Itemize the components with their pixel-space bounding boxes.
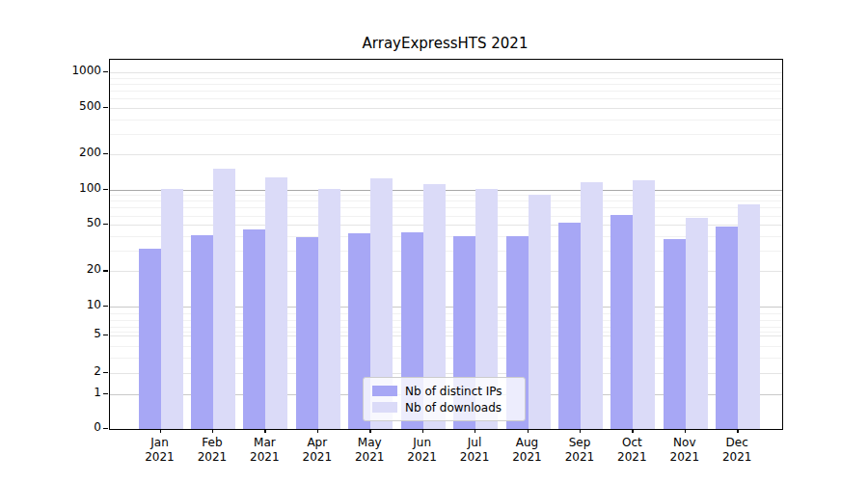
y-tick-mark xyxy=(103,224,108,225)
gridline-minor xyxy=(110,120,782,120)
gridline-200 xyxy=(110,154,782,155)
y-tick-mark xyxy=(103,335,108,335)
x-tick-mark xyxy=(422,429,423,433)
x-tick-month: Sep xyxy=(551,436,609,450)
y-tick-mark xyxy=(103,393,108,394)
bar-distinct-ips-apr xyxy=(296,237,318,429)
x-tick-year: 2021 xyxy=(183,450,241,465)
x-tick-year: 2021 xyxy=(340,450,398,465)
x-tick-mark xyxy=(317,429,318,433)
y-tick-label: 0 xyxy=(43,420,101,434)
y-tick-label: 20 xyxy=(43,262,101,276)
chart-canvas: ArrayExpressHTS 2021 1000500200100502010… xyxy=(0,0,868,482)
gridline-minor xyxy=(110,84,782,85)
x-tick-year: 2021 xyxy=(446,450,503,465)
bar-distinct-ips-sep xyxy=(558,223,581,429)
x-tick-month: Oct xyxy=(603,436,661,450)
bar-distinct-ips-dec xyxy=(716,227,738,429)
x-tick-month: Jul xyxy=(446,436,503,450)
legend-entry-distinct-ips: Nb of distinct IPs xyxy=(364,385,525,398)
bar-downloads-apr xyxy=(318,189,340,429)
x-tick-year: 2021 xyxy=(656,450,714,465)
legend-swatch-distinct-ips xyxy=(372,386,397,396)
x-tick-year: 2021 xyxy=(603,450,661,465)
y-tick-mark xyxy=(103,372,108,373)
bar-downloads-nov xyxy=(686,218,708,429)
bar-downloads-oct xyxy=(633,180,655,429)
x-tick-mark xyxy=(632,429,633,433)
x-tick-label: Aug2021 xyxy=(499,436,556,465)
x-tick-label: Jan2021 xyxy=(131,436,189,465)
x-tick-month: Nov xyxy=(656,436,714,450)
x-tick-year: 2021 xyxy=(288,450,346,465)
legend-entry-downloads: Nb of downloads xyxy=(364,401,525,415)
y-tick-mark xyxy=(103,71,108,72)
x-tick-mark xyxy=(475,429,475,433)
legend-label-downloads: Nb of downloads xyxy=(405,401,502,415)
x-tick-month: Feb xyxy=(183,436,241,450)
x-tick-label: Dec2021 xyxy=(708,436,766,465)
x-tick-mark xyxy=(580,429,581,433)
bar-distinct-ips-mar xyxy=(243,229,265,429)
x-tick-month: Apr xyxy=(288,436,346,450)
x-tick-label: Jul2021 xyxy=(446,436,503,465)
x-tick-month: Jun xyxy=(393,436,451,450)
x-tick-label: Nov2021 xyxy=(656,436,714,465)
legend-label-distinct-ips: Nb of distinct IPs xyxy=(405,385,502,398)
gridline-minor xyxy=(110,78,782,79)
bar-distinct-ips-oct xyxy=(610,215,633,429)
gridline-minor xyxy=(110,207,782,208)
y-tick-label: 10 xyxy=(43,298,101,311)
x-tick-label: Feb2021 xyxy=(183,436,241,465)
bar-downloads-jan xyxy=(161,189,183,429)
y-tick-mark xyxy=(103,306,108,307)
x-tick-mark xyxy=(685,429,686,433)
x-tick-label: Jun2021 xyxy=(393,436,451,465)
bar-downloads-mar xyxy=(265,177,287,429)
y-tick-mark xyxy=(103,153,108,154)
y-tick-label: 100 xyxy=(43,181,101,195)
bar-downloads-sep xyxy=(581,182,603,429)
bar-distinct-ips-jan xyxy=(139,249,161,429)
y-tick-label: 200 xyxy=(43,146,101,159)
gridline-100 xyxy=(110,190,782,191)
x-tick-mark xyxy=(737,429,738,433)
bar-distinct-ips-feb xyxy=(191,235,213,429)
x-tick-month: Aug xyxy=(499,436,556,450)
gridline-500 xyxy=(110,108,782,109)
y-tick-label: 1 xyxy=(43,386,101,399)
y-tick-mark xyxy=(103,428,108,429)
x-tick-year: 2021 xyxy=(393,450,451,465)
y-tick-label: 500 xyxy=(43,99,101,113)
x-tick-month: May xyxy=(340,436,398,450)
x-tick-year: 2021 xyxy=(708,450,766,465)
x-tick-label: Sep2021 xyxy=(551,436,609,465)
bar-downloads-aug xyxy=(529,195,551,429)
x-tick-mark xyxy=(160,429,161,433)
x-tick-month: Mar xyxy=(235,436,293,450)
x-tick-mark xyxy=(212,429,213,433)
plot-area xyxy=(109,59,783,430)
y-tick-label: 2 xyxy=(43,364,101,378)
x-tick-mark xyxy=(528,429,529,433)
x-tick-month: Jan xyxy=(131,436,189,450)
gridline-minor xyxy=(110,195,782,196)
x-tick-label: Mar2021 xyxy=(235,436,293,465)
y-tick-label: 1000 xyxy=(43,64,101,77)
x-tick-label: Apr2021 xyxy=(288,436,346,465)
y-tick-mark xyxy=(103,189,108,190)
x-tick-year: 2021 xyxy=(499,450,556,465)
x-tick-label: May2021 xyxy=(340,436,398,465)
gridline-50 xyxy=(110,225,782,226)
gridline-minor xyxy=(110,216,782,217)
y-tick-label: 5 xyxy=(43,327,101,340)
y-tick-mark xyxy=(103,270,108,271)
y-tick-mark xyxy=(103,107,108,108)
x-tick-label: Oct2021 xyxy=(603,436,661,465)
gridline-minor xyxy=(110,201,782,201)
chart-title: ArrayExpressHTS 2021 xyxy=(109,35,781,52)
y-tick-label: 50 xyxy=(43,216,101,229)
gridline-minor xyxy=(110,134,782,135)
x-tick-year: 2021 xyxy=(551,450,609,465)
legend-swatch-downloads xyxy=(372,402,397,413)
